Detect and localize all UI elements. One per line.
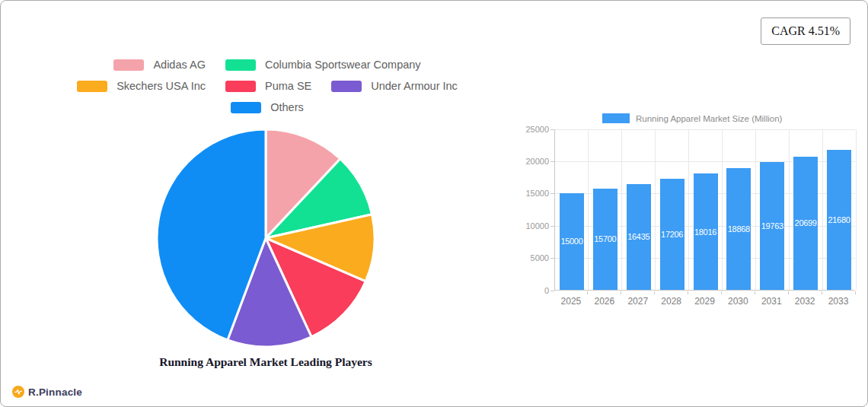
pie-legend: Adidas AGColumbia Sportswear CompanySkec…: [31, 59, 503, 113]
legend-label: Adidas AG: [153, 59, 206, 71]
bar-legend-swatch: [602, 113, 630, 123]
pie-legend-row: Others: [231, 101, 304, 113]
pie-legend-row: Adidas AGColumbia Sportswear Company: [113, 59, 420, 71]
x-axis-label-2027: 2027: [621, 296, 655, 307]
legend-swatch-icon: [225, 81, 256, 92]
bar-value-label: 16435: [621, 232, 657, 241]
legend-swatch-icon: [113, 59, 144, 71]
bar-value-label: 15000: [554, 237, 590, 246]
y-axis-tick-label: 5000: [511, 253, 549, 262]
x-axis-tick: [621, 291, 621, 294]
legend-item-puma-se[interactable]: Puma SE: [225, 80, 311, 92]
bar-value-label: 21680: [821, 215, 857, 224]
gridline: [822, 129, 823, 290]
x-axis-tick: [755, 291, 755, 294]
pulse-circle-icon: [12, 386, 24, 398]
x-axis-label-2033: 2033: [822, 296, 855, 307]
legend-item-others[interactable]: Others: [231, 101, 304, 113]
legend-label: Skechers USA Inc: [116, 80, 206, 92]
x-axis-label-2025: 2025: [554, 296, 588, 307]
y-axis-tick: [550, 161, 554, 162]
brand-logo: R.Pinnacle: [12, 386, 82, 398]
x-axis-tick: [855, 291, 856, 294]
gridline: [588, 129, 589, 290]
brand-name: R.Pinnacle: [28, 386, 82, 398]
y-axis-tick-label: 0: [511, 286, 549, 295]
report-card: CAGR 4.51% Adidas AGColumbia Sportswear …: [0, 0, 868, 407]
legend-item-skechers-usa-inc[interactable]: Skechers USA Inc: [77, 80, 206, 92]
cagr-badge: CAGR 4.51%: [761, 17, 850, 45]
x-axis-label-2029: 2029: [688, 296, 722, 307]
legend-swatch-icon: [331, 81, 362, 92]
gridline: [789, 129, 790, 290]
pie-chart-title: Running Apparel Market Leading Players: [113, 355, 418, 369]
bar-value-label: 17206: [654, 230, 691, 239]
y-axis-tick-label: 10000: [511, 221, 549, 231]
gridline: [688, 129, 689, 290]
legend-swatch-icon: [77, 81, 107, 92]
x-axis-label-2032: 2032: [788, 296, 822, 307]
x-axis-tick: [654, 291, 655, 294]
y-axis-tick: [550, 129, 554, 130]
y-axis-tick-label: 20000: [511, 157, 549, 166]
legend-label: Under Armour Inc: [371, 80, 458, 92]
x-axis-label-2030: 2030: [721, 296, 755, 307]
pie-chart: [155, 128, 376, 348]
bar-value-label: 19763: [754, 221, 790, 231]
x-axis-tick: [688, 291, 688, 294]
x-axis-tick: [721, 291, 722, 294]
bar-value-label: 18016: [688, 227, 724, 237]
legend-label: Columbia Sportswear Company: [265, 59, 421, 71]
bar-value-label: 18868: [720, 224, 757, 234]
y-axis-tick: [550, 226, 554, 227]
pie-legend-row: Skechers USA IncPuma SEUnder Armour Inc: [77, 80, 458, 92]
bar-legend-label: Running Apparel Market Size (Million): [636, 114, 782, 123]
legend-label: Others: [270, 101, 304, 113]
gridline: [655, 129, 656, 290]
legend-swatch-icon: [225, 59, 256, 71]
y-axis-tick: [550, 291, 554, 291]
y-axis-tick-label: 25000: [511, 125, 549, 134]
gridline: [856, 129, 857, 290]
legend-item-columbia-sportswear-company[interactable]: Columbia Sportswear Company: [225, 59, 421, 71]
bar-legend-item[interactable]: Running Apparel Market Size (Million): [602, 113, 782, 123]
legend-item-under-armour-inc[interactable]: Under Armour Inc: [331, 80, 458, 92]
x-axis-label-2026: 2026: [588, 296, 621, 307]
y-axis-tick: [550, 193, 554, 194]
gridline: [755, 129, 756, 290]
legend-label: Puma SE: [265, 80, 311, 92]
x-axis-label-2031: 2031: [755, 296, 788, 307]
gridline: [722, 129, 723, 290]
legend-swatch-icon: [231, 102, 261, 113]
x-axis-tick: [788, 291, 789, 294]
bar-value-label: 15700: [587, 234, 624, 243]
bar-value-label: 20699: [787, 218, 824, 227]
y-axis-tick-label: 15000: [511, 189, 549, 198]
gridline: [555, 129, 855, 130]
x-axis-label-2028: 2028: [655, 296, 688, 307]
gridline: [621, 129, 622, 290]
x-axis-tick: [822, 291, 822, 294]
legend-item-adidas-ag[interactable]: Adidas AG: [113, 59, 206, 71]
bar-plot-area: 1500015700164351720618016188681976320699…: [554, 129, 855, 291]
y-axis-tick: [550, 258, 554, 259]
x-axis-tick: [587, 291, 588, 294]
